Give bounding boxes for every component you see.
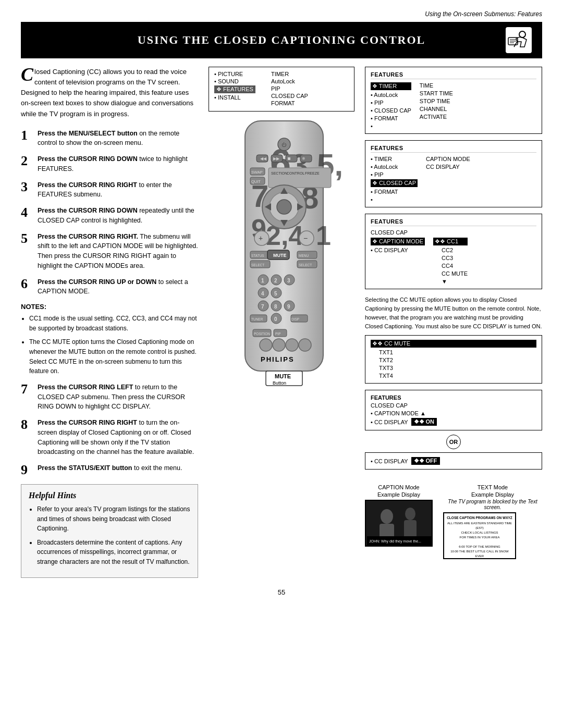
svg-text:QUIT: QUIT — [251, 179, 261, 184]
menu-item-install: • INSTALL — [214, 94, 255, 101]
cap-right: ❖❖ CC1 CC2 CC3 CC4 CC MUTE ▼ — [433, 238, 468, 285]
mute-txt3: TXT3 — [371, 365, 536, 371]
step-3: 3 Press the CURSOR RING RIGHT to enter t… — [21, 180, 198, 200]
text-mode-example: TEXT Mode Example Display The TV program… — [443, 484, 542, 559]
page-number: 55 — [21, 588, 542, 596]
step-9: 9 Press the STATUS/EXIT button to exit t… — [21, 463, 198, 477]
cap-cc4: CC4 — [433, 263, 468, 269]
sb2-timer: • TIMER — [371, 156, 418, 162]
cap-cc2: CC2 — [433, 247, 468, 253]
svg-text:❄: ❄ — [302, 156, 305, 161]
sb2-cc-display: CC DISPLAY — [426, 164, 470, 170]
sb1-header: FEATURES — [371, 71, 536, 79]
mute-txt1: TXT1 — [371, 349, 536, 355]
step-8: 8 Press the CURSOR RING RIGHT to turn th… — [21, 418, 198, 457]
svg-text:TUNER: TUNER — [251, 317, 263, 321]
menu-val-format: FORMAT — [271, 100, 308, 106]
svg-text:SELECT: SELECT — [251, 263, 264, 267]
sb2-autolock: • AutoLock — [371, 164, 418, 170]
svg-text:DISP: DISP — [291, 317, 299, 321]
step-1-bold: Press the MENU/SELECT button — [38, 130, 138, 137]
step-num-1: 1 — [21, 129, 32, 142]
drop-cap: C — [21, 67, 33, 83]
sb1-activate: ACTIVATE — [420, 114, 453, 120]
doff-off-value: ❖❖ OFF — [411, 457, 440, 465]
mute-options-box: ❖❖ CC MUTE TXT1 TXT2 TXT3 TXT4 — [365, 335, 542, 384]
sb2-format: • FORMAT — [371, 189, 418, 195]
step-1: 1 Press the MENU/SELECT button on the re… — [21, 129, 198, 149]
step-5-bold: Press the CURSOR RING RIGHT. — [38, 233, 138, 240]
step-7: 7 Press the CURSOR RING LEFT to return t… — [21, 382, 198, 412]
menu-col-left: • PICTURE • SOUND ❖ FEATURES • INSTALL — [214, 71, 255, 106]
cap-left: ❖ CAPTION MODE • CC DISPLAY — [371, 238, 425, 285]
text-screen-content: ALL ITEMS ARE EASTERN STANDARD TIME (EST… — [446, 521, 513, 559]
step-content-4: Press the CURSOR RING DOWN repeatedly un… — [38, 206, 198, 226]
step-9-bold: Press the STATUS/EXIT button — [38, 464, 132, 472]
notes-section: NOTES: CC1 mode is the usual setting. CC… — [21, 303, 198, 376]
features-menu-box: • PICTURE • SOUND ❖ FEATURES • INSTALL T… — [209, 67, 354, 112]
text-example-label1: TEXT Mode — [443, 484, 542, 490]
sb1-blank: • — [371, 123, 411, 129]
step-num-2: 2 — [21, 154, 32, 168]
sb2-pip: • PIP — [371, 171, 418, 178]
sb1-channel: CHANNEL — [420, 106, 453, 112]
svg-text:STATUS: STATUS — [251, 254, 264, 257]
step-5: 5 Press the CURSOR RING RIGHT. The subme… — [21, 232, 198, 271]
svg-text:1: 1 — [261, 278, 264, 283]
svg-text:MENU: MENU — [299, 254, 309, 257]
don-header: FEATURES — [371, 394, 536, 401]
title-bar: Using the Closed Captioning Control — [21, 22, 542, 58]
step-8-bold: Press the CURSOR RING RIGHT — [38, 419, 137, 426]
svg-text:8: 8 — [274, 304, 277, 310]
step-6: 6 Press the CURSOR RING UP or DOWN to se… — [21, 277, 198, 297]
sb2-closedcap: ❖ CLOSED CAP — [371, 179, 418, 187]
step-num-4: 4 — [21, 206, 32, 219]
sb1-content: ❖ TIMER • AutoLock • PIP • CLOSED CAP • … — [371, 82, 536, 129]
svg-text:−: − — [303, 234, 308, 242]
mute-txt2: TXT2 — [371, 357, 536, 363]
caption-example-label2: Example Display — [365, 491, 433, 498]
svg-text:PIP: PIP — [275, 332, 280, 336]
intro-text: losed Captioning (CC) allows you to read… — [21, 68, 193, 118]
svg-text:SELECT: SELECT — [299, 263, 312, 267]
sb1-stop: STOP TIME — [420, 98, 453, 104]
sb1-closedcap: • CLOSED CAP — [371, 107, 411, 114]
menu-col-right: TIMER AutoLock PIP CLOSED CAP FORMAT — [271, 71, 308, 106]
svg-text:◀◀: ◀◀ — [260, 156, 267, 161]
submenu-box-1: FEATURES ❖ TIMER • AutoLock • PIP • CLOS… — [365, 67, 542, 134]
doff-display-row: • CC DISPLAY ❖❖ OFF — [371, 457, 536, 465]
menu-val-timer: TIMER — [271, 71, 308, 77]
don-sub: CLOSED CAP — [371, 402, 536, 409]
caption-silhouette-svg: JOHN: Why did they move the... — [366, 501, 433, 547]
text-example-label3: The TV program is blocked by the Text sc… — [443, 499, 542, 510]
step-9-text: to exit the menu. — [134, 464, 182, 472]
sb2-left: • TIMER • AutoLock • PIP ❖ CLOSED CAP • … — [371, 156, 418, 203]
note-1: CC1 mode is the usual setting. CC2, CC3,… — [29, 314, 198, 333]
cap-cc1: ❖❖ CC1 — [433, 238, 468, 245]
menu-val-autolock: AutoLock — [271, 78, 308, 84]
svg-text:3: 3 — [287, 278, 290, 283]
sb2-header: FEATURES — [371, 145, 536, 153]
submenu-box-2: FEATURES • TIMER • AutoLock • PIP ❖ CLOS… — [365, 140, 542, 207]
right-column: FEATURES ❖ TIMER • AutoLock • PIP • CLOS… — [365, 67, 542, 559]
svg-text:MUTE: MUTE — [273, 253, 287, 258]
bottom-examples: CAPTION Mode Example Display — [365, 484, 542, 559]
steps-cont-list: 7 Press the CURSOR RING LEFT to return t… — [21, 382, 198, 477]
philips-brand: PHILIPS — [261, 355, 295, 363]
sb2-right: CAPTION MODE CC DISPLAY — [426, 156, 470, 203]
svg-text:4: 4 — [261, 291, 264, 297]
step-num-8: 8 — [21, 418, 32, 431]
menu-item-sound: • SOUND — [214, 78, 255, 84]
svg-point-81 — [286, 339, 298, 351]
svg-text:+: + — [259, 234, 263, 242]
sb1-left: ❖ TIMER • AutoLock • PIP • CLOSED CAP • … — [371, 82, 411, 129]
svg-text:MUTE: MUTE — [275, 373, 291, 379]
sb1-time: TIME — [420, 82, 453, 89]
step-num-6: 6 — [21, 277, 32, 291]
helpful-hints-box: Helpful Hints Refer to your area's TV pr… — [21, 484, 198, 578]
display-off-box: • CC DISPLAY ❖❖ OFF — [365, 452, 542, 470]
step-6-bold: Press the CURSOR RING UP or DOWN — [38, 278, 156, 286]
svg-text:JOHN: Why did they move the...: JOHN: Why did they move the... — [369, 539, 421, 544]
mute-cc-mute: ❖❖ CC MUTE — [371, 340, 536, 348]
step-content-9: Press the STATUS/EXIT button to exit the… — [38, 463, 182, 473]
